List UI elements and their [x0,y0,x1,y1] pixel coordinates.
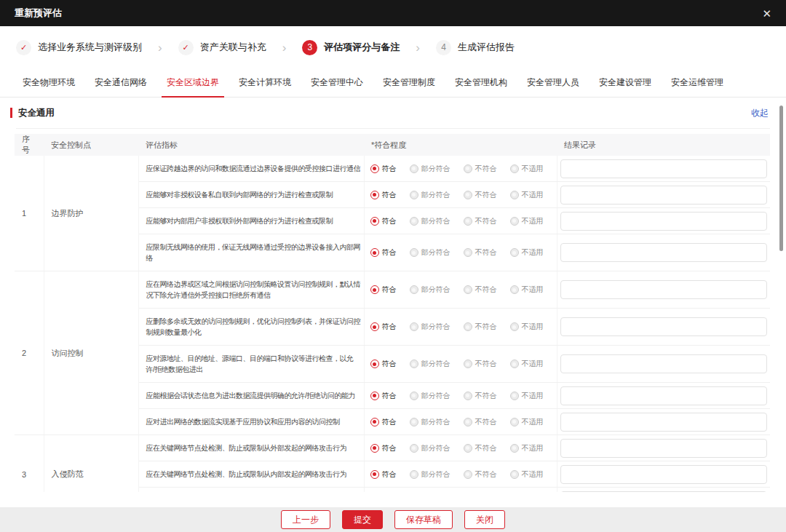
tab-3[interactable]: 安全区域边界 [162,68,224,98]
radio-option[interactable]: 符合 [370,359,397,369]
collapse-link[interactable]: 收起 [751,107,769,119]
stepper-step-4[interactable]: 4生成评估报告 [436,40,515,55]
result-input[interactable] [560,243,767,262]
tab-8[interactable]: 安全管理人员 [522,68,584,98]
tab-6[interactable]: 安全管理制度 [378,68,440,98]
tab-1[interactable]: 安全物理环境 [17,68,80,98]
radio-option[interactable]: 不适用 [510,190,544,200]
radio-selected-icon[interactable] [370,392,379,400]
radio-option[interactable]: 部分符合 [410,391,450,401]
radio-option[interactable]: 不适用 [510,391,544,401]
radio-icon[interactable] [510,191,519,199]
footer-button-3[interactable]: 保存草稿 [394,510,453,529]
stepper-step-1[interactable]: ✓选择业务系统与测评级别 [16,40,142,55]
radio-icon[interactable] [464,248,472,257]
result-input[interactable] [560,280,767,299]
tab-9[interactable]: 安全建设管理 [594,68,656,98]
radio-icon[interactable] [510,470,519,479]
stepper-step-3[interactable]: 3评估项评分与备注 [302,40,400,55]
radio-option[interactable]: 符合 [370,443,397,453]
radio-option[interactable]: 部分符合 [410,359,450,369]
radio-icon[interactable] [510,164,519,173]
radio-option[interactable]: 符合 [370,417,397,427]
radio-option[interactable]: 部分符合 [410,190,450,200]
result-input[interactable] [560,465,767,484]
radio-option[interactable]: 不符合 [464,190,497,200]
radio-option[interactable]: 不适用 [510,417,544,427]
tab-10[interactable]: 安全运维管理 [666,68,729,98]
result-input[interactable] [560,317,767,336]
radio-option[interactable]: 符合 [370,164,397,174]
result-input[interactable] [560,413,767,432]
result-input[interactable] [560,439,767,458]
radio-icon[interactable] [410,418,418,426]
radio-icon[interactable] [464,217,472,226]
radio-icon[interactable] [410,360,418,368]
close-icon[interactable]: ✕ [762,8,771,19]
radio-selected-icon[interactable] [370,191,379,199]
radio-selected-icon[interactable] [370,418,379,426]
result-input[interactable] [560,186,767,205]
radio-icon[interactable] [410,470,418,479]
radio-selected-icon[interactable] [370,360,379,368]
radio-option[interactable]: 部分符合 [410,164,450,174]
radio-option[interactable]: 部分符合 [410,322,450,332]
radio-option[interactable]: 符合 [370,285,397,295]
radio-option[interactable]: 不符合 [464,164,497,174]
radio-option[interactable]: 部分符合 [410,443,450,453]
stepper-step-2[interactable]: ✓资产关联与补充 [178,40,266,55]
tab-7[interactable]: 安全管理机构 [450,68,512,98]
radio-option[interactable]: 不符合 [464,417,497,427]
result-input[interactable] [560,491,767,493]
result-input[interactable] [560,159,767,178]
radio-selected-icon[interactable] [370,285,379,294]
footer-button-2[interactable]: 提交 [342,510,383,529]
radio-option[interactable]: 不适用 [510,359,544,369]
radio-icon[interactable] [464,285,472,294]
radio-icon[interactable] [410,248,418,257]
radio-option[interactable]: 符合 [370,216,397,226]
radio-icon[interactable] [410,392,418,400]
radio-icon[interactable] [410,285,418,294]
radio-icon[interactable] [464,418,472,426]
radio-option[interactable]: 符合 [370,322,397,332]
radio-selected-icon[interactable] [370,322,379,331]
radio-selected-icon[interactable] [370,217,379,226]
radio-option[interactable]: 符合 [370,190,397,200]
radio-icon[interactable] [410,164,418,173]
radio-option[interactable]: 符合 [370,469,397,480]
radio-option[interactable]: 部分符合 [410,417,450,427]
radio-icon[interactable] [464,444,472,453]
tab-4[interactable]: 安全计算环境 [234,68,296,98]
radio-option[interactable]: 不适用 [510,469,544,480]
result-input[interactable] [560,354,767,373]
radio-icon[interactable] [510,360,519,368]
radio-option[interactable]: 不符合 [464,443,497,453]
radio-icon[interactable] [464,164,472,173]
radio-icon[interactable] [510,322,519,331]
tab-5[interactable]: 安全管理中心 [306,68,368,98]
radio-icon[interactable] [464,322,472,331]
radio-icon[interactable] [510,418,519,426]
radio-selected-icon[interactable] [370,248,379,257]
radio-option[interactable]: 不适用 [510,443,544,453]
radio-option[interactable]: 不适用 [510,322,544,332]
radio-icon[interactable] [410,191,418,199]
radio-icon[interactable] [510,392,519,400]
radio-selected-icon[interactable] [370,444,379,453]
radio-icon[interactable] [464,392,472,400]
radio-option[interactable]: 不符合 [464,285,497,295]
radio-option[interactable]: 部分符合 [410,469,450,480]
radio-selected-icon[interactable] [370,470,379,479]
radio-option[interactable]: 不符合 [464,247,497,258]
radio-icon[interactable] [464,191,472,199]
radio-option[interactable]: 不符合 [464,359,497,369]
radio-option[interactable]: 不符合 [464,469,497,480]
radio-option[interactable]: 不适用 [510,216,544,226]
radio-option[interactable]: 符合 [370,391,397,401]
radio-icon[interactable] [510,217,519,226]
radio-option[interactable]: 不适用 [510,164,544,174]
radio-icon[interactable] [410,322,418,331]
radio-option[interactable]: 部分符合 [410,216,450,226]
footer-button-1[interactable]: 上一步 [281,510,330,529]
